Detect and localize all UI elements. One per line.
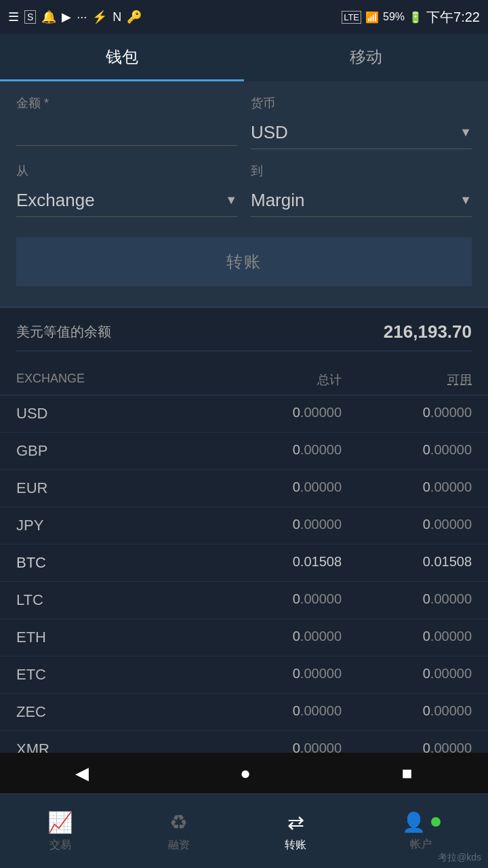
amount-group: 金额 * xyxy=(16,95,237,149)
nav-account-label: 帐户 xyxy=(410,837,432,852)
currency-dropdown-arrow: ▼ xyxy=(460,125,472,140)
currency-total: 0.00000 xyxy=(211,591,342,609)
table-row: LTC 0.00000 0.00000 xyxy=(0,582,488,619)
currency-total: 0.00000 xyxy=(211,442,342,460)
tab-wallet[interactable]: 钱包 xyxy=(0,34,244,81)
transfer-icon: ⇄ xyxy=(287,810,304,834)
back-button[interactable]: ◀ xyxy=(75,763,89,784)
currency-avail: 0.00000 xyxy=(342,666,472,684)
nav-finance[interactable]: ♻ 融资 xyxy=(168,810,190,852)
system-bar: ◀ ● ■ xyxy=(0,753,488,793)
home-button[interactable]: ● xyxy=(240,763,251,784)
nav-trade-label: 交易 xyxy=(49,838,71,852)
bell-icon: 🔔 xyxy=(41,9,56,24)
currency-avail: 0.00000 xyxy=(342,442,472,460)
currency-group: 货币 USD ▼ xyxy=(251,95,472,149)
finance-icon: ♻ xyxy=(169,810,188,834)
lte-icon: LTE xyxy=(342,11,361,24)
from-select[interactable]: Exchange ▼ xyxy=(16,184,237,217)
currency-name: ZEC xyxy=(16,703,211,721)
account-icon: 👤 xyxy=(402,811,426,833)
account-online-dot xyxy=(431,817,441,827)
nav-transfer[interactable]: ⇄ 转账 xyxy=(285,810,306,852)
exchange-section-label: EXCHANGE xyxy=(16,372,211,388)
table-row: ZEC 0.00000 0.00000 xyxy=(0,694,488,731)
balance-row: 美元等值的余额 216,193.70 xyxy=(16,321,472,351)
col-avail-header: 可用 xyxy=(342,372,472,388)
from-group: 从 Exchange ▼ xyxy=(16,163,237,217)
currency-name: GBP xyxy=(16,442,211,460)
currency-value: USD xyxy=(251,122,460,143)
status-right-icons: LTE 📶 59% 🔋 下午7:22 xyxy=(342,8,480,26)
signal-icon: 📶 xyxy=(365,11,379,24)
table-row: JPY 0.00000 0.00000 xyxy=(0,507,488,545)
currency-name: BTC xyxy=(16,554,211,572)
currency-avail: 0.00000 xyxy=(342,703,472,721)
currency-avail: 0.00000 xyxy=(342,517,472,534)
bottom-nav: 📈 交易 ♻ 融资 ⇄ 转账 👤 帐户 xyxy=(0,793,488,868)
nav-transfer-label: 转账 xyxy=(285,838,306,852)
currency-total: 0.00000 xyxy=(211,517,342,534)
trade-icon: 📈 xyxy=(47,810,73,834)
key-icon: 🔑 xyxy=(127,9,142,24)
table-row: GBP 0.00000 0.00000 xyxy=(0,433,488,470)
recent-button[interactable]: ■ xyxy=(402,763,413,784)
time-display: 下午7:22 xyxy=(426,8,480,26)
currency-total: 0.01508 xyxy=(211,554,342,572)
currency-name: ETH xyxy=(16,629,211,646)
currency-avail: 0.00000 xyxy=(342,591,472,609)
status-left-icons: ☰ S 🔔 ▶ ··· ⚡ N 🔑 xyxy=(8,9,142,24)
currency-name: LTC xyxy=(16,591,211,609)
menu-icon: ☰ xyxy=(8,9,19,24)
to-dropdown-arrow: ▼ xyxy=(460,193,472,208)
tab-header: 钱包 移动 xyxy=(0,34,488,81)
play-icon: ▶ xyxy=(62,9,71,24)
battery-icon: 🔋 xyxy=(409,11,422,24)
form-row-bottom: 从 Exchange ▼ 到 Margin ▼ xyxy=(16,163,472,217)
n-icon: N xyxy=(113,10,121,24)
currency-total: 0.00000 xyxy=(211,703,342,721)
table-row: BTC 0.01508 0.01508 xyxy=(0,545,488,582)
battery-text: 59% xyxy=(383,11,405,23)
amount-label: 金额 * xyxy=(16,95,237,111)
amount-input[interactable] xyxy=(16,117,237,146)
nav-account[interactable]: 👤 帐户 xyxy=(402,811,441,852)
currency-label: 货币 xyxy=(251,95,472,111)
currency-avail: 0.00000 xyxy=(342,405,472,422)
table-row: USD 0.00000 0.00000 xyxy=(0,395,488,433)
s-icon: S xyxy=(24,10,36,24)
currency-avail: 0.00000 xyxy=(342,629,472,646)
currency-total: 0.00000 xyxy=(211,479,342,497)
currency-avail: 0.00000 xyxy=(342,479,472,497)
transfer-button[interactable]: 转账 xyxy=(16,237,472,286)
nav-trade[interactable]: 📈 交易 xyxy=(47,810,73,852)
nav-finance-label: 融资 xyxy=(168,838,190,852)
dots-icon: ··· xyxy=(77,10,87,24)
from-dropdown-arrow: ▼ xyxy=(225,193,237,208)
currency-total: 0.00000 xyxy=(211,629,342,646)
form-row-top: 金额 * 货币 USD ▼ xyxy=(16,95,472,149)
balance-section: 美元等值的余额 216,193.70 xyxy=(0,307,488,358)
to-group: 到 Margin ▼ xyxy=(251,163,472,217)
status-bar: ☰ S 🔔 ▶ ··· ⚡ N 🔑 LTE 📶 59% 🔋 下午7:22 xyxy=(0,0,488,34)
currency-name: USD xyxy=(16,405,211,422)
balance-label: 美元等值的余额 xyxy=(16,323,111,341)
to-select[interactable]: Margin ▼ xyxy=(251,184,472,217)
form-section: 金额 * 货币 USD ▼ 从 Exchange ▼ 到 Margin ▼ xyxy=(0,81,488,307)
balance-value: 216,193.70 xyxy=(384,321,472,342)
from-value: Exchange xyxy=(16,190,225,211)
table-row: ETC 0.00000 0.00000 xyxy=(0,656,488,694)
bluetooth-icon: ⚡ xyxy=(92,9,107,24)
currency-avail: 0.01508 xyxy=(342,554,472,572)
currency-name: EUR xyxy=(16,479,211,497)
currency-total: 0.00000 xyxy=(211,666,342,684)
currency-total: 0.00000 xyxy=(211,405,342,422)
to-value: Margin xyxy=(251,190,460,211)
col-total-header: 总计 xyxy=(211,372,342,388)
table-row: EUR 0.00000 0.00000 xyxy=(0,470,488,507)
tab-move[interactable]: 移动 xyxy=(244,34,488,81)
currency-name: JPY xyxy=(16,517,211,534)
currency-select[interactable]: USD ▼ xyxy=(251,117,472,149)
from-label: 从 xyxy=(16,163,237,179)
currency-name: ETC xyxy=(16,666,211,684)
